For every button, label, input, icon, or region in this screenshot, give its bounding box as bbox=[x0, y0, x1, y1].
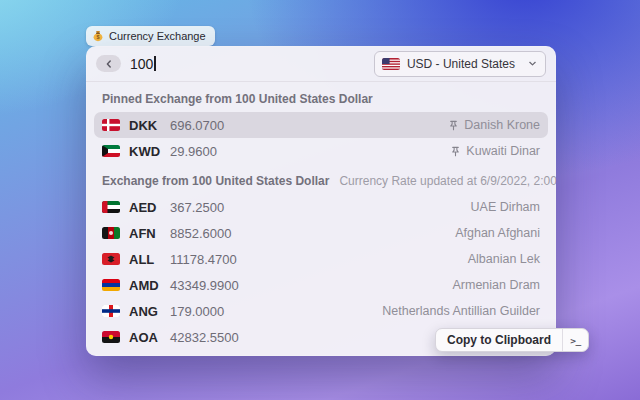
currency-row[interactable]: AMD 43349.9900 Armenian Dram bbox=[94, 272, 548, 298]
country-flag-icon bbox=[102, 201, 120, 213]
converted-value: 43349.9900 bbox=[170, 278, 239, 293]
primary-action-bar: Copy to Clipboard >_ bbox=[435, 328, 589, 352]
pinned-rows: DKK 696.0700 Danish Krone KWD 29.9600 Ku… bbox=[94, 112, 548, 164]
converted-value: 8852.6000 bbox=[170, 226, 231, 241]
country-flag-icon bbox=[102, 253, 120, 265]
currency-code: ANG bbox=[129, 304, 161, 319]
chevron-down-icon bbox=[528, 59, 537, 68]
country-flag-icon bbox=[102, 119, 120, 131]
currency-name: Danish Krone bbox=[464, 118, 540, 132]
converted-value: 42832.5500 bbox=[170, 330, 239, 345]
pin-icon bbox=[448, 120, 459, 131]
command-tag[interactable]: $ Currency Exchange bbox=[86, 26, 215, 46]
country-flag-icon bbox=[102, 227, 120, 239]
country-flag-icon bbox=[102, 331, 120, 343]
currency-exchange-window: 100 USD - United States Pinned Exchange … bbox=[86, 46, 556, 356]
currency-name: UAE Dirham bbox=[471, 200, 540, 214]
rate-updated-timestamp: Currency Rate updated at 6/9/2022, 2:00:… bbox=[339, 174, 556, 188]
country-flag-icon bbox=[102, 279, 120, 291]
search-input[interactable]: 100 bbox=[130, 56, 156, 72]
converted-value: 11178.4700 bbox=[170, 252, 237, 267]
currency-code: AED bbox=[129, 200, 161, 215]
pinned-section-header: Pinned Exchange from 100 United States D… bbox=[94, 82, 548, 112]
currency-code: KWD bbox=[129, 144, 161, 159]
converted-value: 29.9600 bbox=[170, 144, 217, 159]
enter-key-hint: >_ bbox=[563, 329, 588, 351]
converted-value: 696.0700 bbox=[170, 118, 224, 133]
currency-row[interactable]: ALL 11178.4700 Albanian Lek bbox=[94, 246, 548, 272]
currency-code: AOA bbox=[129, 330, 161, 345]
currency-picker-value: USD - United States bbox=[407, 57, 515, 71]
svg-text:$: $ bbox=[96, 34, 99, 40]
currency-picker-dropdown[interactable]: USD - United States bbox=[374, 51, 546, 77]
currency-code: ARS bbox=[129, 356, 161, 357]
currency-code: AMD bbox=[129, 278, 161, 293]
currency-row[interactable]: DKK 696.0700 Danish Krone bbox=[94, 112, 548, 138]
back-button[interactable] bbox=[96, 55, 121, 72]
text-caret bbox=[154, 56, 156, 71]
currency-row[interactable]: AFN 8852.6000 Afghan Afghani bbox=[94, 220, 548, 246]
us-flag-icon bbox=[382, 58, 400, 70]
converted-value: 179.0000 bbox=[170, 304, 224, 319]
currency-name: Albanian Lek bbox=[468, 252, 540, 266]
currency-row[interactable]: AED 367.2500 UAE Dirham bbox=[94, 194, 548, 220]
copy-to-clipboard-button[interactable]: Copy to Clipboard bbox=[436, 329, 563, 351]
currency-name: Afghan Afghani bbox=[455, 226, 540, 240]
command-tag-label: Currency Exchange bbox=[109, 30, 206, 42]
currency-code: DKK bbox=[129, 118, 161, 133]
money-bag-icon: $ bbox=[92, 30, 104, 42]
currency-name: Netherlands Antillian Guilder bbox=[382, 304, 540, 318]
currency-code: ALL bbox=[129, 252, 161, 267]
currency-name: Kuwaiti Dinar bbox=[466, 144, 540, 158]
converted-value: 367.2500 bbox=[170, 200, 224, 215]
currency-row[interactable]: ANG 179.0000 Netherlands Antillian Guild… bbox=[94, 298, 548, 324]
currency-row[interactable]: KWD 29.9600 Kuwaiti Dinar bbox=[94, 138, 548, 164]
search-input-value: 100 bbox=[130, 56, 153, 72]
country-flag-icon bbox=[102, 145, 120, 157]
exchange-section-header: Exchange from 100 United States Dollar C… bbox=[94, 164, 548, 194]
results-list: Pinned Exchange from 100 United States D… bbox=[86, 82, 556, 356]
converted-value: 12108.6000 bbox=[170, 356, 239, 357]
currency-code: AFN bbox=[129, 226, 161, 241]
exchange-section-title: Exchange from 100 United States Dollar bbox=[102, 174, 329, 188]
pinned-section-title: Pinned Exchange from 100 United States D… bbox=[102, 92, 373, 106]
currency-name: Armenian Dram bbox=[452, 278, 540, 292]
country-flag-icon bbox=[102, 305, 120, 317]
search-bar: 100 USD - United States bbox=[86, 46, 556, 82]
pin-icon bbox=[450, 146, 461, 157]
chevron-left-icon bbox=[104, 59, 114, 69]
